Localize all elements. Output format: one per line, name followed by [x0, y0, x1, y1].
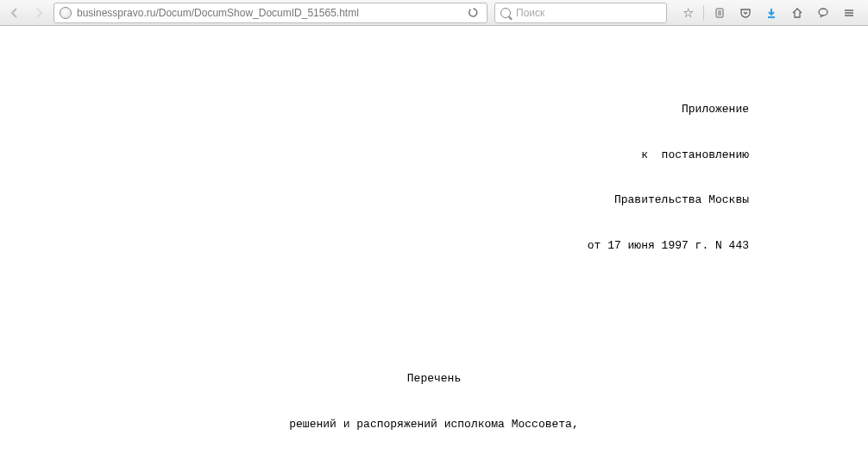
svg-point-5: [819, 9, 827, 16]
doc-title: Перечень решений и распоряжений исполком…: [0, 341, 868, 454]
title-line: Перечень: [0, 371, 868, 387]
globe-icon: [60, 7, 72, 19]
header-line: Приложение: [0, 102, 749, 117]
forward-button[interactable]: [28, 3, 50, 23]
download-icon[interactable]: [759, 3, 783, 23]
header-line: от 17 июня 1997 г. N 443: [0, 238, 749, 254]
header-line: к постановлению: [0, 148, 749, 163]
arrow-left-icon: [9, 7, 21, 19]
arrow-right-icon: [33, 7, 45, 19]
star-icon[interactable]: ☆: [676, 3, 700, 23]
url-text: businesspravo.ru/Docum/DocumShow_DocumID…: [77, 7, 464, 19]
document-content: Приложение к постановлению Правительства…: [0, 26, 868, 454]
header-line: Правительства Москвы: [0, 192, 749, 208]
chat-icon[interactable]: [811, 3, 835, 23]
title-line: решений и распоряжений исполкома Моссове…: [0, 417, 868, 432]
reload-button[interactable]: [464, 4, 481, 22]
home-icon[interactable]: [785, 3, 809, 23]
search-icon: [500, 8, 511, 18]
url-bar[interactable]: businesspravo.ru/Docum/DocumShow_DocumID…: [53, 3, 487, 23]
back-button[interactable]: [3, 3, 26, 23]
toolbar-icons: ☆: [672, 3, 865, 23]
clipboard-icon[interactable]: [708, 3, 732, 23]
menu-icon[interactable]: [837, 3, 861, 23]
search-bar[interactable]: Поиск: [494, 3, 667, 23]
search-placeholder: Поиск: [516, 7, 544, 19]
pocket-icon[interactable]: [733, 3, 758, 23]
reload-icon: [468, 7, 479, 18]
browser-toolbar: businesspravo.ru/Docum/DocumShow_DocumID…: [0, 0, 868, 26]
doc-header: Приложение к постановлению Правительства…: [0, 72, 868, 284]
separator: [703, 5, 704, 21]
